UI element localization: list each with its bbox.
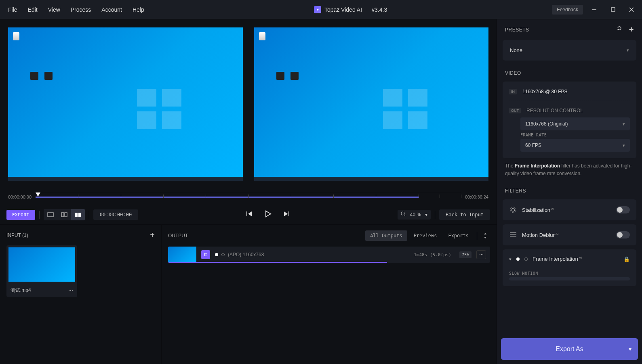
view-single-button[interactable] — [44, 209, 57, 220]
expand-filter-button[interactable]: ▾ — [509, 257, 511, 262]
tab-previews[interactable]: Previews — [409, 230, 442, 241]
recycle-bin-icon — [13, 32, 19, 40]
timeline-track[interactable] — [36, 193, 461, 201]
stabilization-icon — [509, 206, 517, 214]
menu-help[interactable]: Help — [128, 4, 149, 15]
settings-sidebar: PRESETS + None ▾ VIDEO IN 1160x768 @ 30 … — [497, 19, 642, 364]
output-thumbnail — [168, 247, 196, 263]
input-thumbnail — [8, 247, 75, 282]
timeline[interactable]: 00:00:00:00 00:00:36:24 — [0, 189, 497, 205]
search-icon — [401, 211, 406, 218]
svg-marker-10 — [248, 211, 252, 216]
svg-rect-6 — [65, 213, 67, 217]
tab-all-outputs[interactable]: All Outputs — [365, 230, 407, 241]
controls-row: EXPORT 00:00:00:00 40 % ▾ Back to Input — [0, 205, 497, 224]
maximize-button[interactable] — [606, 4, 620, 16]
preview-taskbar — [8, 177, 243, 181]
stabilization-toggle[interactable] — [616, 206, 630, 213]
output-progress-pct: 75% — [459, 251, 472, 258]
svg-rect-5 — [61, 213, 64, 217]
status-ring-icon — [221, 253, 225, 256]
video-in-value: 1160x768 @ 30 FPS — [522, 89, 568, 94]
titlebar: File Edit View Process Account Help Topa… — [0, 0, 642, 19]
motion-deblur-label: Motion Deblur — [522, 232, 555, 238]
lock-icon: 🔒 — [623, 256, 630, 262]
frame-interpolation-info: The Frame Interpolation filter has been … — [497, 162, 642, 182]
desktop-icon — [290, 72, 299, 80]
status-dot-icon — [516, 257, 520, 261]
export-button[interactable]: EXPORT — [6, 210, 35, 220]
chevron-down-icon: ▾ — [623, 143, 625, 148]
filters-title: FILTERS — [505, 188, 526, 194]
add-preset-button[interactable]: + — [629, 25, 634, 34]
menu-edit[interactable]: Edit — [23, 4, 42, 15]
input-panel-title: INPUT (1) — [6, 232, 28, 238]
output-meta: (APO) 1160x768 — [228, 252, 264, 257]
previous-frame-button[interactable] — [246, 210, 253, 220]
view-sidebyside-button[interactable] — [71, 209, 85, 220]
playhead-icon[interactable] — [36, 192, 40, 197]
view-split-button[interactable] — [57, 209, 71, 220]
recycle-bin-icon — [259, 32, 265, 40]
slow-motion-select[interactable] — [509, 277, 630, 280]
add-input-button[interactable]: + — [150, 230, 155, 240]
preset-select[interactable]: None ▾ — [509, 45, 630, 56]
desktop-icon — [30, 72, 38, 80]
minimize-button[interactable] — [587, 4, 602, 16]
svg-point-20 — [510, 207, 516, 213]
export-as-label: Export As — [556, 345, 583, 353]
preview-area — [0, 19, 497, 189]
windows-logo-icon — [383, 89, 427, 129]
play-button[interactable] — [264, 210, 272, 220]
refresh-presets-button[interactable] — [616, 25, 623, 34]
status-ring-icon — [524, 257, 528, 261]
output-more-button[interactable]: ⋯ — [476, 250, 486, 259]
preview-right[interactable] — [254, 27, 489, 181]
filter-frame-interpolation: ▾ Frame InterpolationAI 🔒 — [503, 249, 636, 268]
resolution-control-label: RESOLUTION CONTROL — [526, 108, 583, 113]
svg-rect-8 — [78, 213, 81, 217]
chevron-down-icon: ▾ — [629, 346, 631, 352]
in-badge: IN — [509, 89, 517, 94]
chevron-down-icon: ▾ — [623, 121, 625, 127]
output-panel-title: OUTPUT — [168, 233, 188, 238]
preset-value: None — [510, 47, 522, 53]
export-as-button[interactable]: Export As ▾ — [501, 338, 638, 360]
zoom-control[interactable]: 40 % ▾ — [398, 210, 431, 220]
feedback-button[interactable]: Feedback — [552, 5, 583, 15]
sort-button[interactable] — [480, 231, 490, 241]
menu-view[interactable]: View — [43, 4, 65, 15]
back-to-input-button[interactable]: Back to Input — [439, 209, 490, 220]
filter-stabilization: StabilizationAI — [503, 199, 636, 220]
menu-process[interactable]: Process — [66, 4, 96, 15]
close-button[interactable] — [624, 4, 639, 16]
menu-account[interactable]: Account — [97, 4, 127, 15]
tab-exports[interactable]: Exports — [443, 230, 474, 241]
timeline-start: 00:00:00:00 — [8, 195, 32, 199]
output-status: 1m48s (5.0fps) — [414, 252, 451, 257]
frame-rate-select[interactable]: 60 FPS ▾ — [520, 139, 630, 152]
next-frame-button[interactable] — [283, 210, 290, 220]
timeline-end: 00:00:36:24 — [465, 195, 488, 199]
menu-file[interactable]: File — [3, 4, 22, 15]
out-badge: OUT — [509, 108, 521, 113]
preview-left[interactable] — [8, 27, 243, 181]
input-more-button[interactable]: ⋯ — [68, 288, 73, 293]
app-logo-icon — [314, 6, 321, 13]
frame-interpolation-label: Frame Interpolation — [533, 256, 578, 262]
svg-rect-9 — [246, 211, 247, 216]
main-menu: File Edit View Process Account Help — [3, 4, 149, 15]
status-dot-icon — [215, 253, 218, 256]
video-title: VIDEO — [505, 70, 521, 76]
output-item[interactable]: E (APO) 1160x768 1m48s (5.0fps) 75% ⋯ — [168, 247, 490, 263]
desktop-icon — [44, 72, 53, 80]
windows-logo-icon — [137, 89, 181, 129]
view-mode-toggle — [44, 209, 85, 220]
input-item[interactable]: 测试.mp4 ⋯ — [6, 245, 77, 297]
filter-motion-deblur: Motion DeblurAI — [503, 224, 636, 245]
resolution-value: 1160x768 (Original) — [525, 121, 568, 127]
resolution-select[interactable]: 1160x768 (Original) ▾ — [520, 117, 630, 130]
motion-deblur-toggle[interactable] — [616, 231, 630, 238]
presets-title: PRESETS — [505, 27, 529, 33]
timecode-display[interactable]: 00:00:00:00 — [93, 209, 138, 220]
